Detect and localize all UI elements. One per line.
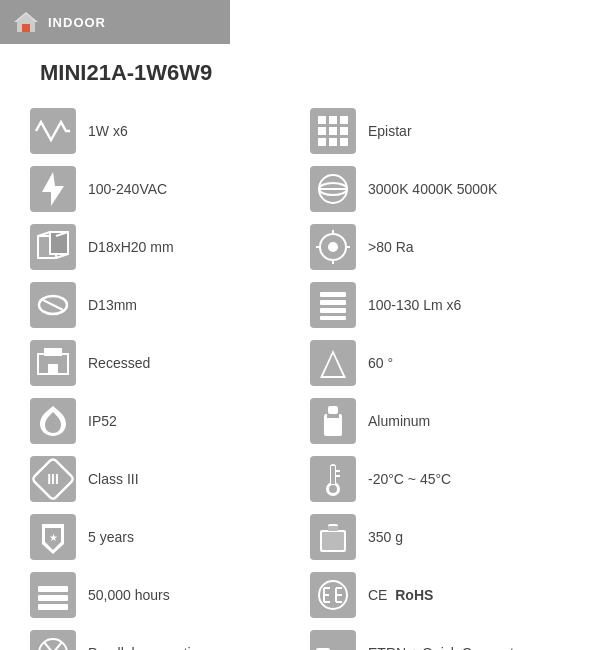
parallel-icon xyxy=(30,630,76,650)
recessed-icon xyxy=(30,340,76,386)
power-icon xyxy=(30,166,76,212)
waveform-icon xyxy=(30,108,76,154)
ce-rohs-label: CE RoHS xyxy=(368,587,433,603)
svg-rect-73 xyxy=(38,595,68,601)
svg-rect-14 xyxy=(340,138,348,146)
spec-cri: >80 Ra xyxy=(300,218,580,276)
cri-icon xyxy=(310,224,356,270)
temp-icon xyxy=(310,456,356,502)
svg-rect-11 xyxy=(340,127,348,135)
spec-dimensions: D18xH20 mm xyxy=(20,218,300,276)
warranty-icon: ★ xyxy=(30,514,76,560)
svg-rect-42 xyxy=(30,340,76,386)
header-label: INDOOR xyxy=(48,15,106,30)
connector-label: ETRN + Quick Connector xyxy=(368,645,526,650)
spec-class: III Class III xyxy=(20,450,300,508)
svg-rect-72 xyxy=(38,586,68,592)
svg-rect-10 xyxy=(329,127,337,135)
spec-parallel: Parallel connection xyxy=(20,624,300,650)
cutout-label: D13mm xyxy=(88,297,137,313)
spec-wattage: 1W x6 xyxy=(20,102,300,160)
spec-epistar: Epistar xyxy=(300,102,580,160)
ip-icon xyxy=(30,398,76,444)
svg-rect-44 xyxy=(44,348,62,356)
svg-rect-12 xyxy=(318,138,326,146)
svg-rect-8 xyxy=(340,116,348,124)
spec-weight: 350 g xyxy=(300,508,580,566)
spec-material: Aluminum xyxy=(300,392,580,450)
epistar-label: Epistar xyxy=(368,123,412,139)
svg-text:★: ★ xyxy=(49,532,58,543)
parallel-label: Parallel connection xyxy=(88,645,206,650)
diameter-icon xyxy=(30,282,76,328)
beam-icon xyxy=(310,340,356,386)
spec-lumen: 100-130 Lm x6 xyxy=(300,276,580,334)
svg-rect-70 xyxy=(328,526,338,531)
hours-icon xyxy=(30,572,76,618)
lumen-label: 100-130 Lm x6 xyxy=(368,297,461,313)
hours-label: 50,000 hours xyxy=(88,587,170,603)
svg-rect-90 xyxy=(310,630,356,650)
beam-label: 60 ° xyxy=(368,355,393,371)
connector-icon xyxy=(310,630,356,650)
svg-rect-39 xyxy=(320,300,346,305)
epistar-icon xyxy=(310,108,356,154)
svg-text:III: III xyxy=(47,471,59,487)
spec-connector: ETRN + Quick Connector xyxy=(300,624,580,650)
dimensions-label: D18xH20 mm xyxy=(88,239,174,255)
lumen-icon xyxy=(310,282,356,328)
cri-label: >80 Ra xyxy=(368,239,414,255)
spec-hours: 50,000 hours xyxy=(20,566,300,624)
ip-label: IP52 xyxy=(88,413,117,429)
colortemp-label: 3000K 4000K 5000K xyxy=(368,181,497,197)
svg-rect-74 xyxy=(38,604,68,610)
svg-rect-2 xyxy=(22,24,30,32)
specs-grid: 1W x6 Epistar 100-240VAC xyxy=(0,102,600,650)
dimensions-icon xyxy=(30,224,76,270)
header-banner: INDOOR xyxy=(0,0,230,44)
spec-temp: -20°C ~ 45°C xyxy=(300,450,580,508)
indoor-house-icon xyxy=(12,8,40,36)
svg-rect-45 xyxy=(48,364,58,374)
recessed-label: Recessed xyxy=(88,355,150,371)
voltage-label: 100-240VAC xyxy=(88,181,167,197)
svg-rect-41 xyxy=(320,316,346,320)
spec-ip: IP52 xyxy=(20,392,300,450)
spec-warranty: ★ 5 years xyxy=(20,508,300,566)
material-icon xyxy=(310,398,356,444)
svg-rect-6 xyxy=(318,116,326,124)
spec-colortemp: 3000K 4000K 5000K xyxy=(300,160,580,218)
svg-rect-53 xyxy=(327,414,339,418)
svg-rect-60 xyxy=(331,466,335,484)
weight-icon xyxy=(310,514,356,560)
svg-rect-13 xyxy=(329,138,337,146)
warranty-label: 5 years xyxy=(88,529,134,545)
spec-ce-rohs: CE RoHS xyxy=(300,566,580,624)
svg-rect-7 xyxy=(329,116,337,124)
svg-rect-9 xyxy=(318,127,326,135)
temp-label: -20°C ~ 45°C xyxy=(368,471,451,487)
material-label: Aluminum xyxy=(368,413,430,429)
colortemp-icon xyxy=(310,166,356,212)
spec-beam: 60 ° xyxy=(300,334,580,392)
svg-rect-51 xyxy=(328,406,338,414)
spec-voltage: 100-240VAC xyxy=(20,160,300,218)
product-title: MINI21A-1W6W9 xyxy=(0,60,600,102)
svg-point-29 xyxy=(328,242,338,252)
svg-rect-40 xyxy=(320,308,346,313)
class-icon: III xyxy=(30,456,76,502)
wattage-label: 1W x6 xyxy=(88,123,128,139)
weight-label: 350 g xyxy=(368,529,403,545)
svg-point-61 xyxy=(329,485,337,493)
spec-recessed: Recessed xyxy=(20,334,300,392)
svg-rect-38 xyxy=(320,292,346,297)
svg-rect-69 xyxy=(322,532,344,550)
class-label: Class III xyxy=(88,471,139,487)
svg-rect-75 xyxy=(310,572,356,618)
spec-cutout: D13mm xyxy=(20,276,300,334)
ce-rohs-icon xyxy=(310,572,356,618)
